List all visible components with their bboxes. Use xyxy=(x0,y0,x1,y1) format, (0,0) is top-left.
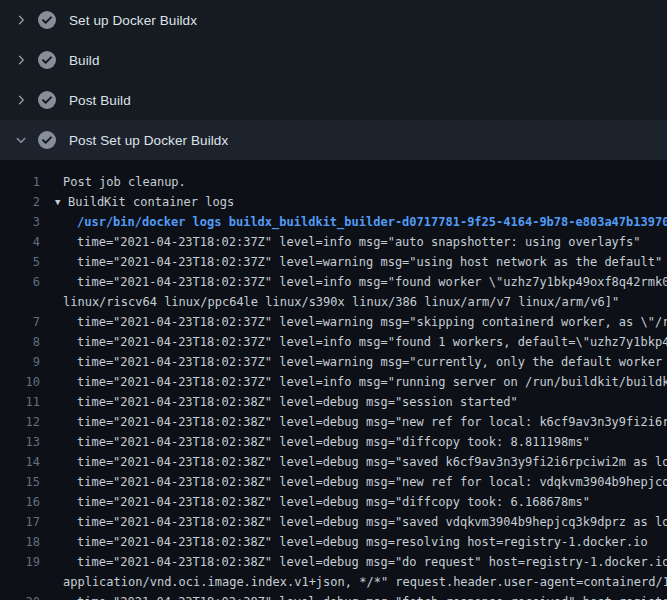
chevron-right-icon xyxy=(14,94,27,107)
log-text: time="2021-04-23T18:02:38Z" level=debug … xyxy=(77,415,667,429)
log-line: 10time="2021-04-23T18:02:37Z" level=info… xyxy=(0,372,667,392)
log-line-number[interactable]: 6 xyxy=(0,272,40,292)
log-line: 1Post job cleanup. xyxy=(0,172,667,192)
log-text: time="2021-04-23T18:02:37Z" level=info m… xyxy=(77,335,667,349)
workflow-steps-list: Set up Docker BuildxBuildPost BuildPost … xyxy=(0,0,667,160)
log-text: time="2021-04-23T18:02:38Z" level=debug … xyxy=(77,395,518,409)
step-label: Set up Docker Buildx xyxy=(69,13,197,28)
step-row-build[interactable]: Build xyxy=(0,40,667,80)
chevron-right-icon xyxy=(14,54,27,67)
log-line: 7time="2021-04-23T18:02:37Z" level=warni… xyxy=(0,312,667,332)
log-line-number[interactable]: 3 xyxy=(0,212,40,232)
log-line: 11time="2021-04-23T18:02:38Z" level=debu… xyxy=(0,392,667,412)
chevron-down-icon xyxy=(14,134,27,147)
log-line-number[interactable]: 9 xyxy=(0,352,40,372)
log-line-number[interactable]: 4 xyxy=(0,232,40,252)
log-line-number[interactable]: 1 xyxy=(0,172,40,192)
log-line-number[interactable]: 14 xyxy=(0,452,40,472)
log-text: Post job cleanup. xyxy=(63,175,186,189)
step-row-post-set-up-docker-buildx[interactable]: Post Set up Docker Buildx xyxy=(0,120,667,160)
log-line: 15time="2021-04-23T18:02:38Z" level=debu… xyxy=(0,472,667,492)
chevron-right-icon xyxy=(14,14,27,27)
log-text: time="2021-04-23T18:02:38Z" level=debug … xyxy=(77,435,590,449)
log-text: time="2021-04-23T18:02:38Z" level=debug … xyxy=(77,495,590,509)
log-text: time="2021-04-23T18:02:37Z" level=info m… xyxy=(77,235,641,249)
log-text: time="2021-04-23T18:02:37Z" level=warnin… xyxy=(77,355,667,369)
log-text: time="2021-04-23T18:02:38Z" level=debug … xyxy=(77,475,667,489)
step-log-output: 1Post job cleanup.2▼BuildKit container l… xyxy=(0,160,667,600)
step-label: Post Set up Docker Buildx xyxy=(69,133,228,148)
check-circle-icon xyxy=(37,90,57,110)
log-text: time="2021-04-23T18:02:38Z" level=debug … xyxy=(77,535,648,549)
log-line-number[interactable]: 13 xyxy=(0,432,40,452)
log-line: 4time="2021-04-23T18:02:37Z" level=info … xyxy=(0,232,667,252)
log-text: linux/riscv64 linux/ppc64le linux/s390x … xyxy=(63,295,619,309)
log-group-line[interactable]: 2▼BuildKit container logs xyxy=(0,192,667,212)
log-line-number[interactable]: 15 xyxy=(0,472,40,492)
log-text: time="2021-04-23T18:02:37Z" level=info m… xyxy=(77,275,667,289)
check-circle-icon xyxy=(37,10,57,30)
log-line-number[interactable]: 10 xyxy=(0,372,40,392)
log-line: 3/usr/bin/docker logs buildx_buildkit_bu… xyxy=(0,212,667,232)
group-collapse-triangle-icon: ▼ xyxy=(55,192,68,212)
log-line-number[interactable]: 5 xyxy=(0,252,40,272)
log-text: time="2021-04-23T18:02:37Z" level=warnin… xyxy=(77,255,662,269)
log-line: 13time="2021-04-23T18:02:38Z" level=debu… xyxy=(0,432,667,452)
log-line-number[interactable]: 20 xyxy=(0,592,40,600)
log-line: 12time="2021-04-23T18:02:38Z" level=debu… xyxy=(0,412,667,432)
log-line-number[interactable]: 18 xyxy=(0,532,40,552)
log-line: 14time="2021-04-23T18:02:38Z" level=debu… xyxy=(0,452,667,472)
log-line: 6time="2021-04-23T18:02:37Z" level=info … xyxy=(0,272,667,292)
log-text: time="2021-04-23T18:02:38Z" level=debug … xyxy=(77,555,667,569)
log-line: 9time="2021-04-23T18:02:37Z" level=warni… xyxy=(0,352,667,372)
log-text: application/vnd.oci.image.index.v1+json,… xyxy=(63,575,667,589)
log-line-number[interactable]: 11 xyxy=(0,392,40,412)
log-line-number[interactable]: 17 xyxy=(0,512,40,532)
log-text: time="2021-04-23T18:02:37Z" level=info m… xyxy=(77,375,667,389)
log-line-number[interactable]: 8 xyxy=(0,332,40,352)
log-line-continuation: linux/riscv64 linux/ppc64le linux/s390x … xyxy=(0,292,667,312)
log-line: 8time="2021-04-23T18:02:37Z" level=info … xyxy=(0,332,667,352)
step-row-post-build[interactable]: Post Build xyxy=(0,80,667,120)
log-line-number[interactable]: 19 xyxy=(0,552,40,572)
step-label: Build xyxy=(69,53,100,68)
log-line-number[interactable]: 2 xyxy=(0,192,40,212)
log-text: BuildKit container logs xyxy=(68,195,234,209)
check-circle-icon xyxy=(37,50,57,70)
log-text: time="2021-04-23T18:02:38Z" level=debug … xyxy=(77,515,667,529)
log-line-number[interactable]: 7 xyxy=(0,312,40,332)
step-label: Post Build xyxy=(69,93,131,108)
log-command-text: /usr/bin/docker logs buildx_buildkit_bui… xyxy=(77,215,667,229)
log-line: 17time="2021-04-23T18:02:38Z" level=debu… xyxy=(0,512,667,532)
log-line: 16time="2021-04-23T18:02:38Z" level=debu… xyxy=(0,492,667,512)
log-line: 19time="2021-04-23T18:02:38Z" level=debu… xyxy=(0,552,667,572)
log-text: time="2021-04-23T18:02:38Z" level=debug … xyxy=(77,595,667,600)
check-circle-icon xyxy=(37,130,57,150)
log-text: time="2021-04-23T18:02:38Z" level=debug … xyxy=(77,455,667,469)
log-line: 18time="2021-04-23T18:02:38Z" level=debu… xyxy=(0,532,667,552)
log-line-number[interactable]: 12 xyxy=(0,412,40,432)
log-line-number[interactable]: 16 xyxy=(0,492,40,512)
log-text: time="2021-04-23T18:02:37Z" level=warnin… xyxy=(77,315,667,329)
log-line: 5time="2021-04-23T18:02:37Z" level=warni… xyxy=(0,252,667,272)
log-line: 20time="2021-04-23T18:02:38Z" level=debu… xyxy=(0,592,667,600)
step-row-set-up-docker-buildx[interactable]: Set up Docker Buildx xyxy=(0,0,667,40)
log-line-continuation: application/vnd.oci.image.index.v1+json,… xyxy=(0,572,667,592)
